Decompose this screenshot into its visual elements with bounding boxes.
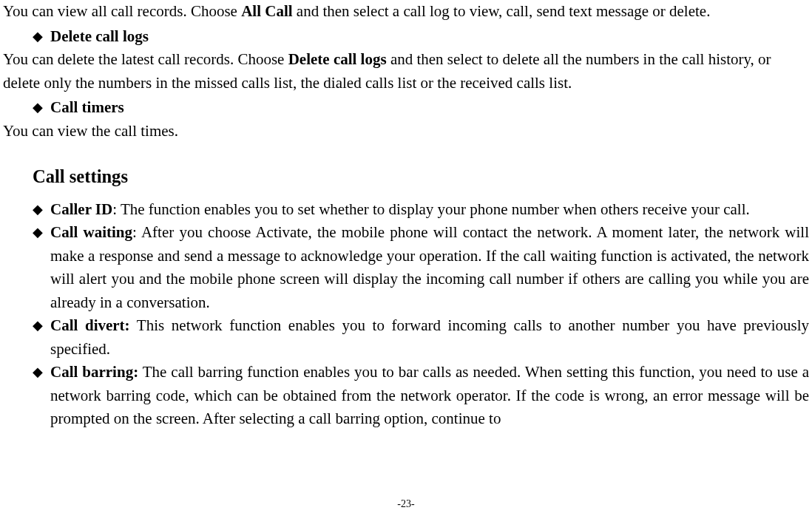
- call-settings-heading: Call settings: [33, 163, 809, 191]
- call-divert-bold: Call divert:: [50, 316, 130, 334]
- intro-bold: All Call: [241, 2, 292, 20]
- caller-id-text: : The function enables you to set whethe…: [112, 200, 750, 218]
- call-timers-heading: Call timers: [50, 96, 809, 120]
- diamond-icon: ◆: [33, 221, 43, 244]
- delete-bold: Delete call logs: [288, 50, 387, 68]
- diamond-icon: ◆: [33, 96, 43, 119]
- delete-call-logs-text: You can delete the latest call records. …: [3, 48, 809, 95]
- delete-call-logs-section: ◆ Delete call logs: [33, 25, 809, 49]
- delete-call-logs-heading: Delete call logs: [50, 25, 809, 49]
- delete-prefix: You can delete the latest call records. …: [3, 50, 288, 68]
- page-number: -23-: [3, 496, 809, 512]
- intro-paragraph: You can view all call records. Choose Al…: [3, 0, 809, 24]
- call-divert-item: ◆ Call divert: This network function ena…: [33, 314, 809, 361]
- call-barring-content: Call barring: The call barring function …: [50, 361, 809, 431]
- intro-suffix: and then select a call log to view, call…: [293, 2, 711, 20]
- call-timers-text: You can view the call times.: [3, 120, 809, 143]
- caller-id-content: Caller ID: The function enables you to s…: [50, 198, 809, 222]
- document-page: You can view all call records. Choose Al…: [3, 0, 809, 516]
- bullet-item: ◆ Delete call logs: [33, 25, 809, 49]
- call-waiting-text: : After you choose Activate, the mobile …: [50, 223, 809, 311]
- call-divert-text: This network function enables you to for…: [50, 316, 809, 358]
- call-waiting-bold: Call waiting: [50, 223, 132, 241]
- caller-id-item: ◆ Caller ID: The function enables you to…: [33, 198, 809, 222]
- bullet-item: ◆ Call timers: [33, 96, 809, 120]
- call-barring-text: The call barring function enables you to…: [50, 363, 809, 427]
- diamond-icon: ◆: [33, 25, 43, 48]
- intro-prefix: You can view all call records. Choose: [3, 2, 241, 20]
- call-barring-item: ◆ Call barring: The call barring functio…: [33, 361, 809, 431]
- call-divert-content: Call divert: This network function enabl…: [50, 314, 809, 361]
- caller-id-bold: Caller ID: [50, 200, 112, 218]
- call-timers-section: ◆ Call timers: [33, 96, 809, 120]
- call-waiting-item: ◆ Call waiting: After you choose Activat…: [33, 221, 809, 314]
- diamond-icon: ◆: [33, 314, 43, 337]
- call-waiting-content: Call waiting: After you choose Activate,…: [50, 221, 809, 314]
- settings-list: ◆ Caller ID: The function enables you to…: [33, 198, 809, 431]
- diamond-icon: ◆: [33, 361, 43, 384]
- call-barring-bold: Call barring:: [50, 363, 138, 381]
- diamond-icon: ◆: [33, 198, 43, 221]
